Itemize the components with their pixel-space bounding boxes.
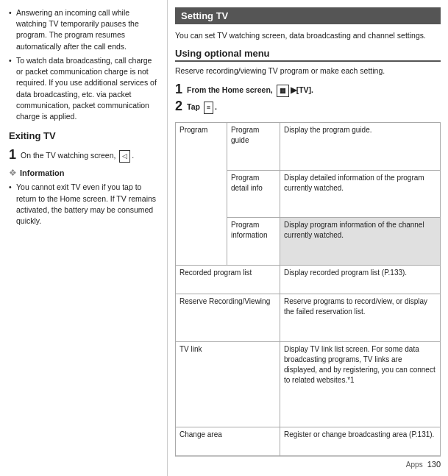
left-step-1: 1 On the TV watching screen, ◁. — [9, 148, 158, 163]
col3-reserve: Reserve programs to record/view, or disp… — [280, 294, 441, 341]
footer-page: 130 — [427, 460, 441, 469]
table-row-changearea: Change area Register or change broadcast… — [176, 427, 441, 456]
col1-tvlink: TV link — [176, 341, 280, 427]
col1-changearea: Change area — [176, 427, 280, 456]
table-row-program-guide: Program Program guide Display the progra… — [176, 123, 441, 171]
col3-tvlink: Display TV link list screen. For some da… — [280, 341, 441, 427]
table-row-recorded: Recorded program list Display recorded p… — [176, 266, 441, 294]
menu-icon: ≡ — [204, 102, 213, 114]
col2-program-info: Program information — [227, 218, 280, 266]
table-row-reserve: Reserve Recording/Viewing Reserve progra… — [176, 294, 441, 341]
bullet-item-2: To watch data broadcasting, call charge … — [9, 55, 158, 122]
info-bullet-list: You cannot exit TV even if you tap to re… — [9, 182, 158, 227]
col3-changearea: Register or change broadcasting area (P.… — [280, 427, 441, 456]
col3-program-detail: Display detailed information of the prog… — [280, 170, 441, 218]
footer: Apps 130 — [175, 456, 441, 469]
right-title: Setting TV — [175, 7, 441, 24]
home-grid-icon: ▦ — [277, 85, 289, 97]
right-step-1-text: From the Home screen, ▦▶[TV]. — [187, 82, 313, 97]
col1-reserve: Reserve Recording/Viewing — [176, 294, 280, 341]
col2-program-detail: Program detail info — [227, 170, 280, 218]
col3-program-info: Display program information of the chann… — [280, 218, 441, 266]
col1-program: Program — [176, 123, 227, 266]
step-1-text: On the TV watching screen, ◁. — [21, 148, 134, 163]
right-body: You can set TV watching screen, data bro… — [175, 30, 441, 42]
back-icon: ◁ — [119, 150, 130, 163]
right-column: Setting TV You can set TV watching scree… — [168, 0, 448, 476]
right-step-1: 1 From the Home screen, ▦▶[TV]. — [175, 82, 441, 97]
col1-recorded: Recorded program list — [176, 266, 280, 294]
bullet-list: Answering an incoming call while watchin… — [9, 7, 158, 122]
menu-table: Program Program guide Display the progra… — [175, 122, 441, 456]
left-column: Answering an incoming call while watchin… — [0, 0, 168, 476]
section-heading-exiting: Exiting TV — [9, 129, 158, 143]
col3-recorded: Display recorded program list (P.133). — [280, 266, 441, 294]
bullet-item-1: Answering an incoming call while watchin… — [9, 7, 158, 52]
right-step-2: 2 Tap ≡. — [175, 99, 441, 114]
info-bullet-item-1: You cannot exit TV even if you tap to re… — [9, 182, 158, 227]
diamond-icon: ❖ — [9, 167, 17, 180]
info-header: ❖ Information — [9, 167, 158, 180]
footer-label: Apps — [406, 461, 423, 469]
info-label: Information — [20, 168, 65, 180]
col2-program-guide: Program guide — [227, 123, 280, 171]
right-step-2-text: Tap ≡. — [187, 99, 217, 114]
right-step-num-1: 1 — [175, 82, 182, 97]
sub-body: Reserve recording/viewing TV program or … — [175, 65, 441, 77]
right-step-num-2: 2 — [175, 99, 182, 114]
step-number-1: 1 — [9, 148, 16, 163]
sub-heading: Using optional menu — [175, 48, 441, 62]
right-steps: 1 From the Home screen, ▦▶[TV]. 2 Tap ≡. — [175, 82, 441, 116]
col3-program-guide: Display the program guide. — [280, 123, 441, 171]
table-row-tvlink: TV link Display TV link list screen. For… — [176, 341, 441, 427]
